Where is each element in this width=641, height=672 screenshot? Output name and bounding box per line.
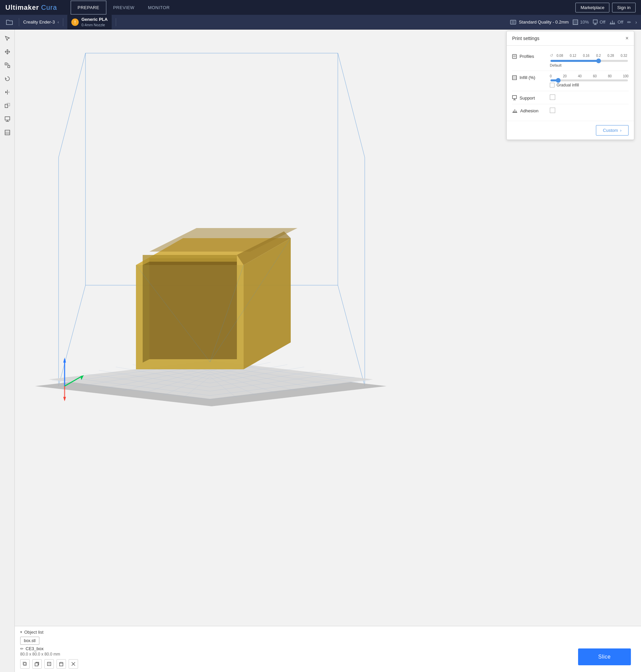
- print-settings-close-button[interactable]: ×: [626, 35, 629, 41]
- svg-line-88: [210, 265, 244, 362]
- print-settings-footer: Custom ›: [507, 121, 634, 140]
- profiles-label-area: Profiles: [512, 53, 546, 59]
- adhesion-icon: [609, 20, 615, 25]
- infill-tick-40: 40: [578, 74, 582, 78]
- custom-label: Custom: [603, 128, 618, 133]
- infill-content: 0 20 40 60 80 100 G: [550, 74, 629, 87]
- adhesion-label: Off: [617, 19, 623, 25]
- object-action-2[interactable]: [32, 659, 42, 669]
- tool-per-model[interactable]: [1, 100, 13, 112]
- layer-tick-5: 0.28: [608, 54, 614, 57]
- material-info: Generic PLA 0.4mm Nozzle: [81, 17, 108, 27]
- slice-button-container: Slice: [578, 648, 631, 665]
- svg-line-36: [338, 285, 365, 386]
- object-list-title: Object list: [24, 630, 43, 635]
- infill-display[interactable]: 10%: [573, 19, 589, 25]
- layer-tick-3: 0.16: [583, 54, 589, 57]
- top-navigation: Ultimaker Cura PREPARE PREVIEW MONITOR M…: [0, 0, 641, 15]
- svg-rect-22: [5, 117, 10, 120]
- quality-label: Standard Quality - 0.2mm: [519, 19, 569, 25]
- svg-marker-77: [143, 255, 237, 265]
- object-action-4[interactable]: [56, 659, 66, 669]
- svg-line-59: [210, 362, 358, 383]
- support-checkbox[interactable]: [550, 95, 555, 100]
- adhesion-row: Adhesion: [512, 104, 629, 117]
- support-content[interactable]: [550, 95, 629, 100]
- marketplace-button[interactable]: Marketplace: [575, 3, 609, 12]
- infill-slider[interactable]: [550, 79, 628, 81]
- printer-name: Creality Ender-3: [23, 19, 55, 25]
- svg-marker-72: [136, 265, 244, 369]
- printer-selector[interactable]: Creality Ender-3 ‹: [23, 19, 59, 25]
- adhesion-checkbox[interactable]: [550, 108, 555, 113]
- tool-rotate[interactable]: [1, 73, 13, 85]
- svg-line-63: [210, 367, 318, 389]
- open-folder-button[interactable]: [4, 17, 15, 28]
- svg-marker-82: [63, 358, 66, 363]
- object-list-header[interactable]: ▾ Object list: [20, 630, 636, 635]
- svg-rect-21: [7, 103, 10, 106]
- svg-line-53: [210, 362, 271, 375]
- svg-marker-78: [237, 232, 291, 265]
- gradual-infill-checkbox[interactable]: [550, 83, 555, 87]
- quality-selector[interactable]: Standard Quality - 0.2mm: [510, 19, 569, 25]
- support-settings-label: Support: [519, 96, 535, 101]
- tool-scale[interactable]: [1, 59, 13, 71]
- 3d-viewport[interactable]: Print settings × Profiles: [15, 30, 641, 672]
- material-warning-icon: !: [71, 18, 79, 26]
- object-action-1[interactable]: [20, 659, 30, 669]
- infill-icon: [573, 19, 578, 25]
- custom-button[interactable]: Custom ›: [596, 125, 629, 136]
- toolbar-close-icon[interactable]: ›: [635, 19, 637, 25]
- settings-edit-button[interactable]: ✏: [627, 19, 631, 25]
- profiles-reset-icon[interactable]: ↺: [550, 53, 553, 58]
- object-file-item[interactable]: box.stl: [20, 637, 39, 645]
- svg-marker-79: [149, 262, 237, 359]
- layer-height-slider[interactable]: [550, 60, 628, 62]
- tool-move[interactable]: [1, 46, 13, 58]
- tool-slice-view[interactable]: [1, 126, 13, 139]
- tab-preview[interactable]: PREVIEW: [106, 1, 141, 14]
- profiles-label: Profiles: [519, 54, 534, 59]
- object-dimensions: 80.0 x 80.0 x 80.0 mm: [20, 652, 636, 657]
- svg-line-62: [102, 367, 210, 389]
- svg-line-58: [62, 362, 210, 383]
- object-edit-icon[interactable]: ✏: [20, 646, 24, 651]
- svg-line-40: [52, 380, 210, 400]
- tab-prepare[interactable]: PREPARE: [71, 1, 107, 14]
- svg-line-56: [183, 362, 210, 367]
- infill-tick-0: 0: [550, 74, 552, 78]
- infill-tick-20: 20: [563, 74, 567, 78]
- tool-mirror[interactable]: [1, 86, 13, 98]
- svg-marker-84: [80, 375, 84, 380]
- adhesion-display[interactable]: Off: [609, 19, 623, 25]
- material-selector[interactable]: ! Generic PLA 0.4mm Nozzle: [67, 15, 112, 29]
- svg-line-48: [116, 367, 210, 383]
- tool-support[interactable]: [1, 113, 13, 125]
- support-display[interactable]: Off: [593, 19, 605, 25]
- svg-rect-25: [5, 130, 10, 135]
- toolbar-divider-2: [63, 18, 63, 26]
- svg-rect-8: [593, 20, 597, 23]
- profiles-content: ↺ 0.08 0.12 0.16 0.2 0.28 0.32: [550, 53, 629, 67]
- print-settings-panel: Print settings × Profiles: [506, 31, 634, 140]
- tool-select[interactable]: [1, 32, 13, 44]
- tab-monitor[interactable]: MONITOR: [141, 1, 177, 14]
- object-action-3[interactable]: [44, 659, 54, 669]
- infill-settings-icon: [512, 75, 517, 80]
- layer-tick-1: 0.08: [557, 54, 563, 57]
- topbar-actions: Marketplace Sign in: [575, 3, 636, 12]
- main-nav-tabs: PREPARE PREVIEW MONITOR: [71, 1, 177, 14]
- infill-value: 10%: [580, 19, 589, 25]
- svg-line-54: [166, 360, 210, 371]
- nozzle-size: 0.4mm Nozzle: [81, 23, 108, 27]
- object-action-5[interactable]: [69, 659, 78, 669]
- svg-line-57: [210, 362, 237, 367]
- svg-line-30: [58, 53, 85, 157]
- svg-marker-80: [143, 262, 149, 363]
- main-area: Print settings × Profiles: [0, 30, 641, 672]
- signin-button[interactable]: Sign in: [612, 3, 636, 12]
- slice-button[interactable]: Slice: [578, 648, 631, 665]
- infill-label-area: Infill (%): [512, 74, 546, 80]
- adhesion-content[interactable]: [550, 108, 629, 113]
